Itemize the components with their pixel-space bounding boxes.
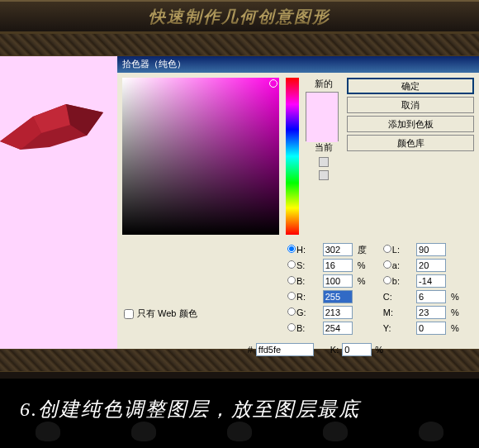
k-input[interactable] [342, 343, 372, 356]
y-input[interactable] [416, 322, 446, 335]
preview-new [306, 93, 338, 117]
watermark-icon [227, 422, 252, 441]
ok-button[interactable]: 确定 [347, 78, 474, 94]
radio-g[interactable] [287, 307, 296, 316]
color-picker-dialog: 拾色器（纯色） 新的 当前 [117, 56, 479, 349]
watermark-icon [36, 422, 60, 441]
hex-input[interactable] [256, 343, 314, 356]
preview-current [306, 117, 338, 142]
header-bar: 快速制作几何创意图形 [0, 0, 479, 33]
gamut-warning-icon[interactable] [319, 157, 329, 167]
hue-slider[interactable] [286, 78, 299, 235]
s-unit: % [358, 260, 380, 270]
color-preview [306, 92, 339, 141]
color-lib-button[interactable]: 颜色库 [347, 135, 474, 151]
c-label: C: [383, 292, 413, 302]
web-only-checkbox[interactable] [124, 309, 134, 319]
r-input[interactable] [323, 290, 353, 303]
brgb-input[interactable] [323, 322, 353, 335]
radio-a[interactable] [383, 260, 391, 269]
a-input[interactable] [416, 259, 446, 272]
watermark-icon [419, 422, 443, 441]
radio-brgb[interactable] [287, 323, 296, 331]
new-label: 新的 [306, 78, 342, 90]
watermark-icon [323, 422, 348, 441]
watermarks [0, 422, 479, 441]
l-input[interactable] [416, 243, 446, 256]
m-input[interactable] [416, 306, 446, 319]
web-only-label: 只有 Web 颜色 [137, 307, 197, 320]
k-label: K: [330, 345, 339, 355]
h-input[interactable] [323, 243, 353, 256]
radio-s[interactable] [287, 260, 296, 269]
radio-l[interactable] [383, 245, 391, 253]
b-unit: % [358, 276, 380, 286]
geometric-shape [0, 96, 107, 154]
radio-h[interactable] [287, 245, 296, 253]
color-cursor [269, 79, 277, 88]
s-input[interactable] [323, 259, 353, 272]
h-unit: 度 [358, 244, 380, 256]
footer: 6.创建纯色调整图层，放至图层最底 [0, 379, 479, 448]
y-label: Y: [383, 323, 413, 333]
texture-top [0, 33, 479, 56]
main-area: 拾色器（纯色） 新的 当前 [0, 56, 479, 349]
cancel-button[interactable]: 取消 [347, 97, 474, 113]
g-input[interactable] [323, 306, 353, 319]
canvas-preview [0, 56, 117, 349]
dialog-titlebar[interactable]: 拾色器（纯色） [117, 56, 479, 73]
websafe-icon[interactable] [319, 170, 329, 180]
bhsb-input[interactable] [323, 274, 353, 288]
page-title: 快速制作几何创意图形 [149, 7, 330, 26]
radio-blab[interactable] [383, 276, 391, 284]
c-input[interactable] [416, 290, 446, 303]
radio-bhsb[interactable] [287, 276, 296, 284]
hex-prefix: # [248, 345, 253, 355]
radio-r[interactable] [287, 292, 296, 300]
current-label: 当前 [306, 141, 342, 154]
color-field[interactable] [122, 78, 279, 235]
dialog-title: 拾色器（纯色） [122, 59, 186, 69]
watermark-icon [131, 422, 156, 441]
blab-input[interactable] [416, 274, 446, 288]
add-swatch-button[interactable]: 添加到色板 [347, 116, 474, 132]
m-label: M: [383, 307, 413, 317]
